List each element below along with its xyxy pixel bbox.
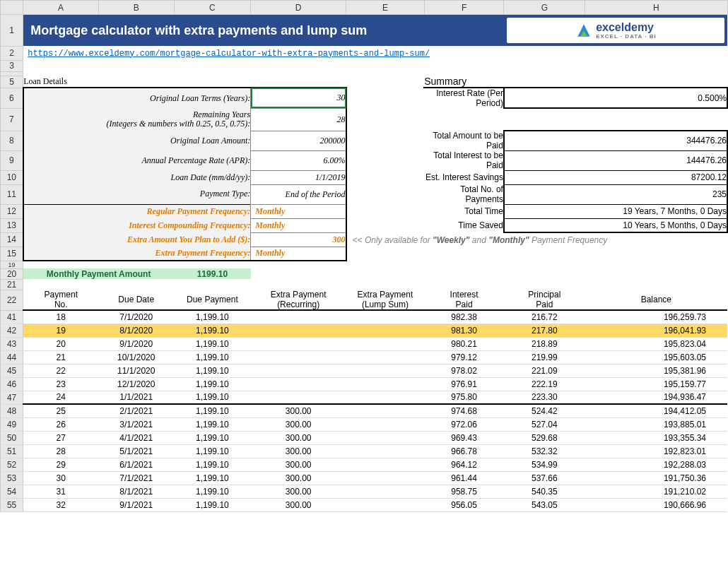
amort-ip[interactable]: 980.21: [424, 337, 504, 350]
row-1[interactable]: 1: [1, 15, 23, 47]
row-48[interactable]: 48: [1, 404, 23, 417]
amort-er[interactable]: [251, 324, 346, 337]
amort-er[interactable]: 300.00: [251, 431, 346, 444]
amort-bal[interactable]: 193,885.01: [585, 417, 727, 431]
amort-bal[interactable]: 194,412.05: [585, 404, 727, 417]
amort-ip[interactable]: 961.44: [424, 471, 504, 485]
col-B[interactable]: B: [98, 1, 174, 15]
amort-bal[interactable]: 190,666.96: [585, 498, 727, 511]
amort-date[interactable]: 9/1/2021: [98, 498, 174, 511]
amort-er[interactable]: 300.00: [251, 485, 346, 498]
row-42[interactable]: 42: [1, 324, 23, 337]
amort-due[interactable]: 1,199.10: [174, 377, 251, 391]
amort-pp[interactable]: 532.32: [504, 444, 585, 458]
amort-bal[interactable]: 192,823.01: [585, 444, 727, 458]
amort-no[interactable]: 22: [23, 364, 99, 377]
table-row[interactable]: 442110/1/20201,199.10979.12219.99195,603…: [1, 350, 728, 364]
row-9[interactable]: 9: [1, 150, 23, 170]
amort-el[interactable]: [346, 471, 425, 485]
amort-date[interactable]: 7/1/2020: [98, 310, 174, 324]
sum-val-total-int[interactable]: 144476.26: [504, 150, 727, 170]
row-50[interactable]: 50: [1, 431, 23, 444]
amort-pp[interactable]: 527.04: [504, 417, 585, 431]
row-46[interactable]: 46: [1, 377, 23, 391]
amort-er[interactable]: 300.00: [251, 404, 346, 417]
table-row[interactable]: 54318/1/20211,199.10300.00958.75540.3519…: [1, 485, 728, 498]
amort-date[interactable]: 10/1/2020: [98, 350, 174, 364]
table-row[interactable]: 452211/1/20201,199.10978.02221.09195,381…: [1, 364, 728, 377]
amort-er[interactable]: [251, 350, 346, 364]
table-row[interactable]: 48252/1/20211,199.10300.00974.68524.4219…: [1, 404, 728, 417]
row-44[interactable]: 44: [1, 350, 23, 364]
amort-er[interactable]: 300.00: [251, 458, 346, 471]
amort-no[interactable]: 20: [23, 337, 99, 350]
column-headers[interactable]: A B C D E F G H: [1, 1, 728, 15]
amort-pp[interactable]: 222.19: [504, 377, 585, 391]
amort-pp[interactable]: 540.35: [504, 485, 585, 498]
amort-bal[interactable]: 193,355.34: [585, 431, 727, 444]
amort-el[interactable]: [346, 417, 425, 431]
amort-date[interactable]: 12/1/2020: [98, 377, 174, 391]
amort-er[interactable]: [251, 364, 346, 377]
amort-pp[interactable]: 216.72: [504, 310, 585, 324]
table-row[interactable]: 55329/1/20211,199.10300.00956.05543.0519…: [1, 498, 728, 511]
row-55[interactable]: 55: [1, 498, 23, 511]
sum-val-rate[interactable]: 0.500%: [504, 88, 727, 108]
row-51[interactable]: 51: [1, 444, 23, 458]
amort-no[interactable]: 18: [23, 310, 99, 324]
amort-bal[interactable]: 195,603.05: [585, 350, 727, 364]
amort-ip[interactable]: 976.91: [424, 377, 504, 391]
amort-due[interactable]: 1,199.10: [174, 324, 251, 337]
amort-ip[interactable]: 956.05: [424, 498, 504, 511]
cell-D8[interactable]: 200000: [251, 131, 346, 150]
row-49[interactable]: 49: [1, 417, 23, 431]
amort-date[interactable]: 8/1/2020: [98, 324, 174, 337]
row-45[interactable]: 45: [1, 364, 23, 377]
amort-date[interactable]: 6/1/2021: [98, 458, 174, 471]
amort-ip[interactable]: 964.12: [424, 458, 504, 471]
table-row[interactable]: 43209/1/20201,199.10980.21218.89195,823.…: [1, 337, 728, 350]
amort-bal[interactable]: 196,041.93: [585, 324, 727, 337]
amort-no[interactable]: 19: [23, 324, 99, 337]
amort-due[interactable]: 1,199.10: [174, 498, 251, 511]
row-10[interactable]: 10: [1, 170, 23, 184]
amort-el[interactable]: [346, 485, 425, 498]
row-41[interactable]: 41: [1, 310, 23, 324]
amort-no[interactable]: 26: [23, 417, 99, 431]
amort-ip[interactable]: 982.38: [424, 310, 504, 324]
table-row[interactable]: 50274/1/20211,199.10300.00969.43529.6819…: [1, 431, 728, 444]
row-5[interactable]: 5: [1, 76, 23, 88]
table-row[interactable]: 51285/1/20211,199.10300.00966.78532.3219…: [1, 444, 728, 458]
amort-el[interactable]: [346, 498, 425, 511]
amort-er[interactable]: [251, 377, 346, 391]
row-20[interactable]: 20: [1, 268, 23, 279]
table-row[interactable]: 42198/1/20201,199.10981.30217.80196,041.…: [1, 324, 728, 337]
amort-bal[interactable]: 195,823.04: [585, 337, 727, 350]
table-row[interactable]: 52296/1/20211,199.10300.00964.12534.9919…: [1, 458, 728, 471]
amort-due[interactable]: 1,199.10: [174, 337, 251, 350]
amort-er[interactable]: [251, 337, 346, 350]
table-row[interactable]: 49263/1/20211,199.10300.00972.06527.0419…: [1, 417, 728, 431]
row-8[interactable]: 8: [1, 131, 23, 150]
amort-pp[interactable]: 524.42: [504, 404, 585, 417]
amort-pp[interactable]: 534.99: [504, 458, 585, 471]
amort-ip[interactable]: 981.30: [424, 324, 504, 337]
row-53[interactable]: 53: [1, 471, 23, 485]
amort-pp[interactable]: 219.99: [504, 350, 585, 364]
amort-no[interactable]: 24: [23, 391, 99, 404]
amort-ip[interactable]: 972.06: [424, 417, 504, 431]
amort-due[interactable]: 1,199.10: [174, 417, 251, 431]
sum-val-tsaved[interactable]: 10 Years, 5 Months, 0 Days: [504, 218, 727, 232]
sum-val-total-paid[interactable]: 344476.26: [504, 131, 727, 150]
row-21[interactable]: 21: [1, 279, 23, 290]
amort-due[interactable]: 1,199.10: [174, 364, 251, 377]
col-C[interactable]: C: [174, 1, 251, 15]
table-row[interactable]: 41187/1/20201,199.10982.38216.72196,259.…: [1, 310, 728, 324]
amort-date[interactable]: 8/1/2021: [98, 485, 174, 498]
amort-ip[interactable]: 958.75: [424, 485, 504, 498]
amort-due[interactable]: 1,199.10: [174, 471, 251, 485]
monthly-payment-value[interactable]: 1199.10: [174, 268, 251, 279]
cell-D9[interactable]: 6.00%: [251, 150, 346, 170]
amort-date[interactable]: 7/1/2021: [98, 471, 174, 485]
amort-pp[interactable]: 217.80: [504, 324, 585, 337]
